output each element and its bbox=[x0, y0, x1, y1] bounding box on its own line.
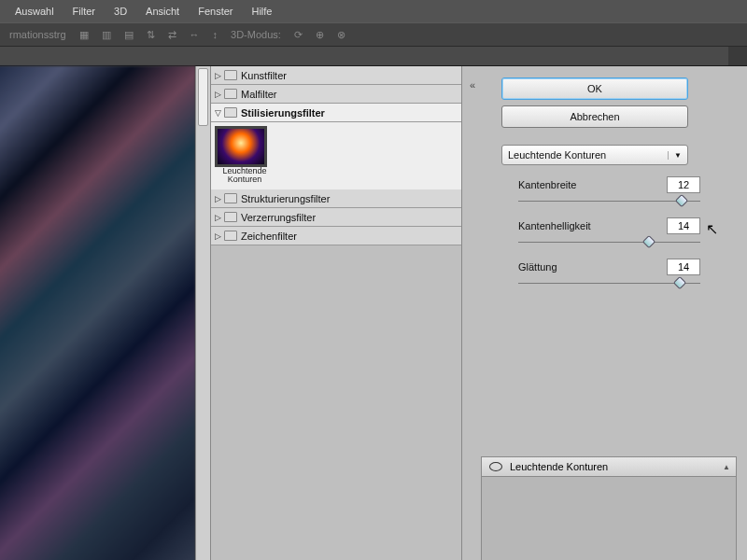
kantenhelligkeit-slider[interactable] bbox=[518, 236, 700, 249]
menu-3d[interactable]: 3D bbox=[105, 2, 136, 21]
glaettung-input[interactable]: 14 bbox=[667, 259, 700, 275]
folder-icon bbox=[224, 193, 237, 203]
kantenbreite-input[interactable]: 12 bbox=[667, 176, 700, 193]
thumb-preview-icon bbox=[217, 128, 265, 165]
chevron-up-icon[interactable]: ▲ bbox=[723, 463, 730, 471]
expand-icon[interactable]: ▷ bbox=[215, 213, 224, 222]
param-kantenbreite: Kantenbreite 12 bbox=[518, 176, 737, 208]
slider-thumb[interactable] bbox=[673, 276, 686, 289]
menu-auswahl[interactable]: Auswahl bbox=[6, 2, 63, 21]
thumb-leuchtende-konturen[interactable]: Leuchtende Konturen bbox=[217, 128, 273, 184]
options-toolbar: rmationsstrg ▦▥▤⇅⇄↔↕ 3D-Modus: ⟳⊕⊗ bbox=[0, 22, 747, 47]
filter-gallery-dialog: ▷ Kunstfilter ▷ Malfilter ▽ Stilisierung… bbox=[0, 65, 747, 560]
menu-filter[interactable]: Filter bbox=[63, 2, 105, 21]
tree-strukturierungsfilter[interactable]: ▷ Strukturierungsfilter bbox=[211, 189, 461, 208]
filter-tree: ▷ Kunstfilter ▷ Malfilter ▽ Stilisierung… bbox=[210, 66, 462, 560]
menu-fenster[interactable]: Fenster bbox=[189, 2, 242, 21]
menu-hilfe[interactable]: Hilfe bbox=[242, 2, 281, 21]
slider-thumb[interactable] bbox=[642, 235, 655, 248]
preview-canvas[interactable] bbox=[0, 66, 195, 560]
stack-body bbox=[481, 477, 737, 560]
folder-icon bbox=[224, 70, 237, 80]
tree-malfilter[interactable]: ▷ Malfilter bbox=[211, 85, 461, 104]
kantenbreite-slider[interactable] bbox=[518, 195, 700, 208]
ok-button[interactable]: OK bbox=[501, 77, 688, 100]
toolbar-3dmode: 3D-Modus: bbox=[231, 29, 281, 40]
cancel-button[interactable]: Abbrechen bbox=[501, 105, 688, 128]
menu-ansicht[interactable]: Ansicht bbox=[136, 2, 189, 21]
kantenhelligkeit-input[interactable]: 14 bbox=[667, 217, 700, 234]
tree-stilisierungsfilter[interactable]: ▽ Stilisierungsfilter bbox=[211, 104, 461, 122]
expand-icon[interactable]: ▷ bbox=[215, 194, 224, 203]
preview-scrollbar[interactable] bbox=[195, 66, 210, 560]
param-kantenhelligkeit: Kantenhelligkeit 14 bbox=[518, 217, 737, 249]
expand-icon[interactable]: ▷ bbox=[215, 90, 224, 99]
param-glaettung: Glättung 14 bbox=[518, 259, 737, 290]
collapse-tree-icon[interactable]: « bbox=[466, 79, 479, 96]
tree-verzerrungsfilter[interactable]: ▷ Verzerrungsfilter bbox=[211, 208, 461, 227]
effect-stack: Leuchtende Konturen ▲ bbox=[481, 456, 737, 560]
tree-kunstfilter[interactable]: ▷ Kunstfilter bbox=[211, 66, 461, 85]
glaettung-slider[interactable] bbox=[518, 277, 700, 290]
folder-icon bbox=[224, 89, 237, 99]
filter-thumbnails: Leuchtende Konturen bbox=[211, 122, 461, 189]
expand-icon[interactable]: ▷ bbox=[215, 231, 224, 241]
tree-zeichenfilter[interactable]: ▷ Zeichenfilter bbox=[211, 227, 461, 245]
folder-icon bbox=[224, 231, 237, 241]
chevron-down-icon: ▼ bbox=[668, 151, 682, 160]
collapse-icon[interactable]: ▽ bbox=[215, 108, 224, 118]
filter-controls: « OK Abbrechen Leuchtende Konturen ▼ Kan… bbox=[462, 66, 747, 560]
slider-thumb[interactable] bbox=[675, 194, 688, 207]
folder-icon bbox=[224, 212, 237, 222]
visibility-eye-icon[interactable] bbox=[487, 460, 504, 473]
filter-select-dropdown[interactable]: Leuchtende Konturen ▼ bbox=[501, 145, 688, 165]
toolbar-hint: rmationsstrg bbox=[9, 29, 66, 40]
stack-item[interactable]: Leuchtende Konturen ▲ bbox=[481, 456, 737, 477]
folder-icon bbox=[224, 107, 237, 118]
app-menubar[interactable]: Auswahl Filter 3D Ansicht Fenster Hilfe bbox=[0, 0, 747, 22]
expand-icon[interactable]: ▷ bbox=[215, 71, 224, 80]
